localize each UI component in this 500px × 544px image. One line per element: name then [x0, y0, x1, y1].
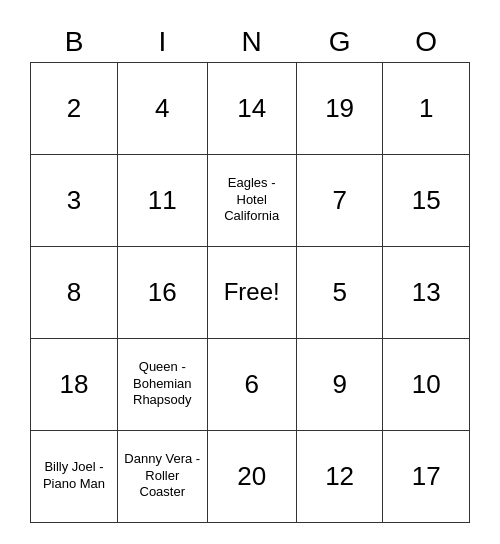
- table-row: 816Free!513: [31, 246, 470, 338]
- header-b: B: [31, 22, 118, 63]
- header-g: G: [296, 22, 383, 63]
- header-n: N: [207, 22, 296, 63]
- table-row: 311Eagles - Hotel California715: [31, 154, 470, 246]
- cell-r3-c1: Queen - Bohemian Rhapsody: [118, 338, 208, 430]
- bingo-card: B I N G O 2414191311Eagles - Hotel Calif…: [20, 12, 480, 533]
- cell-r3-c0: 18: [31, 338, 118, 430]
- cell-r3-c4: 10: [383, 338, 470, 430]
- table-row: 18Queen - Bohemian Rhapsody6910: [31, 338, 470, 430]
- cell-r1-c4: 15: [383, 154, 470, 246]
- cell-r3-c3: 9: [296, 338, 383, 430]
- cell-r4-c3: 12: [296, 430, 383, 522]
- cell-r2-c3: 5: [296, 246, 383, 338]
- header-i: I: [118, 22, 208, 63]
- header-o: O: [383, 22, 470, 63]
- cell-r2-c2: Free!: [207, 246, 296, 338]
- cell-r4-c2: 20: [207, 430, 296, 522]
- cell-r3-c2: 6: [207, 338, 296, 430]
- cell-r4-c0: Billy Joel - Piano Man: [31, 430, 118, 522]
- cell-r0-c3: 19: [296, 62, 383, 154]
- table-row: 2414191: [31, 62, 470, 154]
- cell-r4-c4: 17: [383, 430, 470, 522]
- cell-r4-c1: Danny Vera - Roller Coaster: [118, 430, 208, 522]
- cell-r2-c1: 16: [118, 246, 208, 338]
- bingo-table: B I N G O 2414191311Eagles - Hotel Calif…: [30, 22, 470, 523]
- cell-r0-c1: 4: [118, 62, 208, 154]
- cell-r2-c0: 8: [31, 246, 118, 338]
- cell-r1-c1: 11: [118, 154, 208, 246]
- cell-r0-c4: 1: [383, 62, 470, 154]
- cell-r2-c4: 13: [383, 246, 470, 338]
- cell-r0-c2: 14: [207, 62, 296, 154]
- cell-r1-c3: 7: [296, 154, 383, 246]
- cell-r0-c0: 2: [31, 62, 118, 154]
- cell-r1-c0: 3: [31, 154, 118, 246]
- table-row: Billy Joel - Piano ManDanny Vera - Rolle…: [31, 430, 470, 522]
- cell-r1-c2: Eagles - Hotel California: [207, 154, 296, 246]
